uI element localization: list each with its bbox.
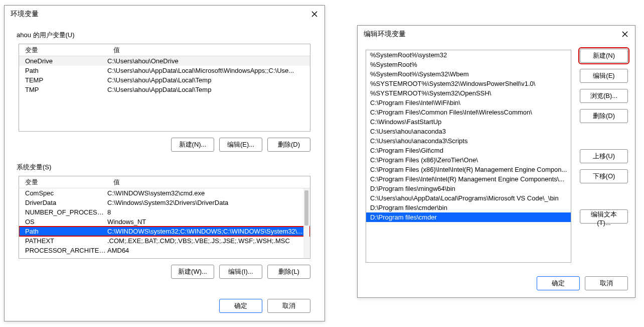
var-value: AMD64 bbox=[107, 247, 310, 254]
col-header-name[interactable]: 变量 bbox=[19, 46, 107, 55]
cancel-button[interactable]: 取消 bbox=[267, 299, 310, 313]
var-value: C:\Users\ahou\AppData\Local\Temp bbox=[107, 86, 310, 93]
scrollbar-thumb[interactable] bbox=[304, 190, 308, 226]
path-entry[interactable]: C:\Program Files (x86)\Intel\Intel(R) Ma… bbox=[366, 165, 571, 174]
edit-button[interactable]: 编辑(E) bbox=[580, 69, 628, 83]
table-row[interactable]: ComSpecC:\WINDOWS\system32\cmd.exe bbox=[19, 188, 310, 198]
user-vars-list[interactable]: 变量 值 OneDriveC:\Users\ahou\OneDrivePathC… bbox=[19, 44, 310, 132]
var-name: PATHEXT bbox=[19, 237, 107, 245]
var-name: OneDrive bbox=[19, 57, 107, 65]
table-row[interactable]: OneDriveC:\Users\ahou\OneDrive bbox=[19, 56, 310, 66]
ok-button[interactable]: 确定 bbox=[219, 299, 262, 313]
titlebar: 环境变量 bbox=[5, 6, 325, 23]
table-row[interactable]: TMPC:\Users\ahou\AppData\Local\Temp bbox=[19, 85, 310, 94]
dialog-footer: 确定 取消 bbox=[537, 276, 628, 290]
env-variables-dialog: 环境变量 ahou 的用户变量(U) 变量 值 OneDriveC:\Users… bbox=[4, 5, 325, 321]
table-row[interactable]: TEMPC:\Users\ahou\AppData\Local\Temp bbox=[19, 75, 310, 85]
sys-edit-button[interactable]: 编辑(I)... bbox=[219, 265, 262, 279]
path-entry[interactable]: C:\Program Files\Common Files\Intel\Wire… bbox=[366, 107, 571, 117]
var-value: C:\Users\ahou\AppData\Local\Temp bbox=[107, 76, 310, 84]
path-entry[interactable]: C:\Program Files\Intel\WiFi\bin\ bbox=[366, 98, 571, 107]
path-entry[interactable]: %SYSTEMROOT%\System32\OpenSSH\ bbox=[366, 88, 571, 98]
var-value: .COM;.EXE;.BAT;.CMD;.VBS;.VBE;.JS;.JSE;.… bbox=[107, 237, 310, 245]
side-buttons: 新建(N) 编辑(E) 浏览(B)... 删除(D) 上移(U) 下移(O) 编… bbox=[580, 49, 628, 224]
close-icon[interactable] bbox=[615, 26, 635, 43]
path-entry[interactable]: %SYSTEMROOT%\System32\WindowsPowerShell\… bbox=[366, 79, 571, 88]
path-entry[interactable]: %SystemRoot%\system32 bbox=[366, 50, 571, 60]
list-header: 变量 值 bbox=[19, 176, 310, 188]
path-entry[interactable]: D:\Program files\cmder bbox=[366, 212, 571, 222]
var-name: DriverData bbox=[19, 199, 107, 206]
var-value: C:\WINDOWS\system32\cmd.exe bbox=[107, 189, 310, 197]
user-edit-button[interactable]: 编辑(E)... bbox=[219, 138, 262, 152]
delete-button[interactable]: 删除(D) bbox=[580, 109, 628, 123]
path-entry[interactable]: C:\Users\ahou\anaconda3\Scripts bbox=[366, 136, 571, 146]
path-entry[interactable]: C:\Program Files\Git\cmd bbox=[366, 146, 571, 155]
dialog-title: 编辑环境变量 bbox=[364, 30, 615, 39]
user-new-button[interactable]: 新建(N)... bbox=[171, 138, 214, 152]
table-row[interactable]: PathC:\Users\ahou\AppData\Local\Microsof… bbox=[19, 66, 310, 75]
var-name: TEMP bbox=[19, 76, 107, 84]
table-row[interactable]: PATHEXT.COM;.EXE;.BAT;.CMD;.VBS;.VBE;.JS… bbox=[19, 236, 310, 246]
sys-delete-button[interactable]: 删除(L) bbox=[267, 265, 310, 279]
sys-vars-buttons: 新建(W)... 编辑(I)... 删除(L) bbox=[19, 265, 310, 279]
path-entry[interactable]: C:\Program Files (x86)\ZeroTier\One\ bbox=[366, 155, 571, 165]
new-button[interactable]: 新建(N) bbox=[580, 49, 628, 63]
browse-button[interactable]: 浏览(B)... bbox=[580, 89, 628, 103]
col-header-name[interactable]: 变量 bbox=[19, 178, 107, 187]
var-value: Windows_NT bbox=[107, 218, 310, 226]
var-name: Path bbox=[19, 228, 107, 235]
move-up-button[interactable]: 上移(U) bbox=[580, 149, 628, 163]
sys-new-button[interactable]: 新建(W)... bbox=[171, 265, 214, 279]
var-value: C:\Users\ahou\AppData\Local\Microsoft\Wi… bbox=[107, 67, 310, 74]
ok-button[interactable]: 确定 bbox=[537, 276, 580, 290]
var-value: C:\Windows\System32\Drivers\DriverData bbox=[107, 199, 310, 206]
path-entry[interactable]: D:\Program files\cmder\bin bbox=[366, 203, 571, 212]
table-row[interactable]: PathC:\WINDOWS\system32;C:\WINDOWS;C:\WI… bbox=[19, 227, 310, 236]
cancel-button[interactable]: 取消 bbox=[585, 276, 628, 290]
sys-vars-label: 系统变量(S) bbox=[17, 163, 316, 172]
var-name: Path bbox=[19, 67, 107, 74]
path-entry[interactable]: D:\Program files\mingw64\bin bbox=[366, 184, 571, 193]
edit-text-button[interactable]: 编辑文本(T)... bbox=[580, 209, 628, 224]
var-name: TMP bbox=[19, 86, 107, 93]
path-entry[interactable]: C:\Windows\FastStartUp bbox=[366, 117, 571, 127]
var-name: ComSpec bbox=[19, 189, 107, 197]
user-vars-buttons: 新建(N)... 编辑(E)... 删除(D) bbox=[19, 138, 310, 152]
path-entry[interactable]: C:\Users\ahou\anaconda3 bbox=[366, 127, 571, 136]
dialog-title: 环境变量 bbox=[11, 10, 304, 19]
table-row[interactable]: NUMBER_OF_PROCESSORS8 bbox=[19, 207, 310, 217]
path-entry[interactable]: %SystemRoot%\System32\Wbem bbox=[366, 69, 571, 79]
titlebar: 编辑环境变量 bbox=[358, 26, 635, 43]
var-value: C:\WINDOWS\system32;C:\WINDOWS;C:\WINDOW… bbox=[107, 228, 310, 235]
var-name: OS bbox=[19, 218, 107, 226]
path-entries-list[interactable]: %SystemRoot%\system32%SystemRoot%%System… bbox=[366, 50, 571, 263]
list-header: 变量 值 bbox=[19, 44, 310, 56]
var-name: PROCESSOR_ARCHITECTURE bbox=[19, 247, 107, 254]
move-down-button[interactable]: 下移(O) bbox=[580, 169, 628, 183]
close-icon[interactable] bbox=[304, 6, 325, 23]
table-row[interactable]: PROCESSOR_ARCHITECTUREAMD64 bbox=[19, 246, 310, 255]
var-value: C:\Users\ahou\OneDrive bbox=[107, 57, 310, 65]
scrollbar[interactable] bbox=[303, 188, 309, 258]
dialog-footer: 确定 取消 bbox=[19, 299, 310, 313]
table-row[interactable]: DriverDataC:\Windows\System32\Drivers\Dr… bbox=[19, 198, 310, 207]
var-value: 8 bbox=[107, 208, 310, 216]
sys-vars-list[interactable]: 变量 值 ComSpecC:\WINDOWS\system32\cmd.exeD… bbox=[19, 176, 310, 259]
path-entry[interactable]: %SystemRoot% bbox=[366, 60, 571, 69]
path-entry[interactable]: C:\Program Files\Intel\Intel(R) Manageme… bbox=[366, 174, 571, 184]
var-name: NUMBER_OF_PROCESSORS bbox=[19, 208, 107, 216]
col-header-value[interactable]: 值 bbox=[107, 178, 310, 187]
edit-env-variable-dialog: 编辑环境变量 %SystemRoot%\system32%SystemRoot%… bbox=[357, 25, 635, 298]
table-row[interactable]: OSWindows_NT bbox=[19, 217, 310, 227]
col-header-value[interactable]: 值 bbox=[107, 46, 310, 55]
path-entry[interactable]: C:\Users\ahou\AppData\Local\Programs\Mic… bbox=[366, 193, 571, 203]
user-delete-button[interactable]: 删除(D) bbox=[267, 138, 310, 152]
user-vars-label: ahou 的用户变量(U) bbox=[17, 31, 316, 40]
